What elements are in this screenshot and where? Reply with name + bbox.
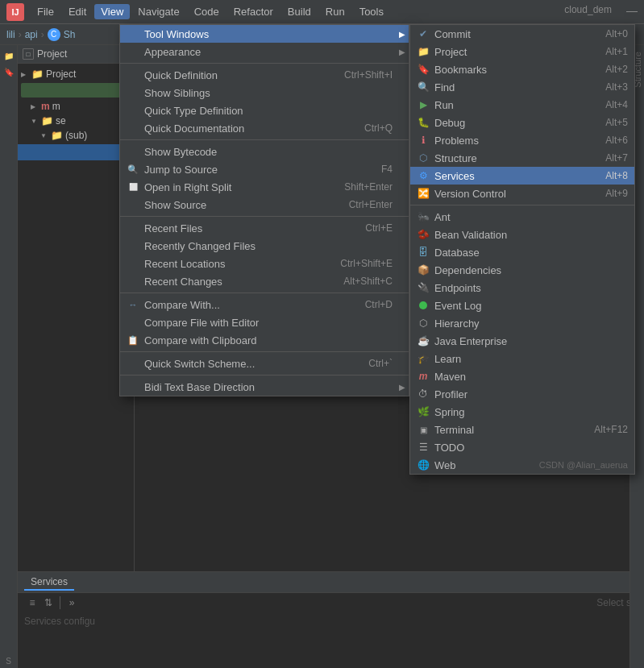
sidebar-project-icon[interactable]: 📁 xyxy=(2,48,16,63)
view-menu-show-source[interactable]: Show Source Ctrl+Enter xyxy=(120,196,409,214)
menu-view[interactable]: View xyxy=(94,4,130,19)
minimize-button[interactable]: — xyxy=(626,4,638,19)
view-menu-open-right[interactable]: ⬜ Open in Right Split Shift+Enter xyxy=(120,178,409,196)
tw-profiler[interactable]: ⏱ Profiler xyxy=(410,385,634,403)
bean-validation-icon: 🫘 xyxy=(417,228,430,241)
run-icon: ▶ xyxy=(417,98,430,111)
sidebar-structure-icon[interactable]: S xyxy=(2,653,16,668)
menu-edit[interactable]: Edit xyxy=(62,4,93,19)
tree-item-se[interactable]: ▼ 📁 se xyxy=(18,114,134,128)
commit-icon: ✔ xyxy=(417,27,430,40)
maven-icon: m xyxy=(417,370,430,383)
menu-code[interactable]: Code xyxy=(188,4,226,19)
view-menu-jump-source[interactable]: 🔍 Jump to Source F4 xyxy=(120,160,409,178)
tree-label-se: se xyxy=(56,115,66,127)
view-menu-recent-changes[interactable]: Recent Changes Alt+Shift+C xyxy=(120,272,409,290)
view-menu-quick-switch[interactable]: Quick Switch Scheme... Ctrl+` xyxy=(120,355,409,372)
tw-services[interactable]: ⚙ Services Alt+8 xyxy=(410,167,634,185)
breadcrumb-sh[interactable]: Sh xyxy=(64,29,76,40)
services-icon: ⚙ xyxy=(417,169,430,182)
tree-item-project[interactable]: ▶ 📁 Project xyxy=(18,67,134,81)
tool-windows-submenu[interactable]: ✔ Commit Alt+0 📁 Project Alt+1 🔖 Bookmar… xyxy=(409,24,635,475)
tw-database[interactable]: 🗄 Database xyxy=(410,243,634,261)
bookmarks-label: Bookmarks xyxy=(434,64,600,76)
menu-navigate[interactable]: Navigate xyxy=(131,4,185,19)
tw-commit[interactable]: ✔ Commit Alt+0 xyxy=(410,25,634,43)
view-menu-recent-locations[interactable]: Recent Locations Ctrl+Shift+E xyxy=(120,255,409,272)
view-menu-recent-files[interactable]: Recent Files Ctrl+E xyxy=(120,219,409,237)
tw-project[interactable]: 📁 Project Alt+1 xyxy=(410,43,634,60)
tree-item-m[interactable]: ▶ m m xyxy=(18,99,134,114)
view-menu-compare-editor[interactable]: Compare File with Editor xyxy=(120,313,409,331)
tw-dependencies[interactable]: 📦 Dependencies xyxy=(410,261,634,279)
event-log-label: Event Log xyxy=(434,300,628,312)
tw-debug[interactable]: 🐛 Debug Alt+5 xyxy=(410,114,634,131)
view-menu-dropdown[interactable]: Tool Windows ▶ Appearance ▶ Quick Defini… xyxy=(119,24,409,396)
quick-def-label: Quick Definition xyxy=(144,69,339,81)
bidi-icon xyxy=(127,380,139,393)
todo-icon: ☰ xyxy=(417,441,430,454)
tw-bean-validation[interactable]: 🫘 Bean Validation xyxy=(410,226,634,243)
view-menu-show-bytecode[interactable]: Show Bytecode xyxy=(120,143,409,160)
tw-problems[interactable]: ℹ Problems Alt+6 xyxy=(410,131,634,149)
tw-maven[interactable]: m Maven xyxy=(410,367,634,385)
jump-source-label: Jump to Source xyxy=(144,164,376,176)
breadcrumb-api[interactable]: api xyxy=(25,29,38,40)
menu-tools[interactable]: Tools xyxy=(353,4,390,19)
view-menu-bidi[interactable]: Bidi Text Base Direction ▶ xyxy=(120,378,409,396)
tw-java-enterprise[interactable]: ☕ Java Enterprise xyxy=(410,332,634,350)
breadcrumb-lili[interactable]: lili xyxy=(6,29,15,40)
todo-label: TODO xyxy=(434,442,628,454)
tw-web[interactable]: 🌐 Web CSDN @Alian_auerua xyxy=(410,456,634,474)
tw-todo[interactable]: ☰ TODO xyxy=(410,438,634,456)
tw-find[interactable]: 🔍 Find Alt+3 xyxy=(410,78,634,96)
structure-label: Structure xyxy=(434,152,600,164)
quick-def-shortcut: Ctrl+Shift+I xyxy=(344,69,393,81)
tw-hierarchy[interactable]: ⬡ Hierarchy xyxy=(410,314,634,332)
bottom-tool-list[interactable]: ≡ xyxy=(24,595,40,611)
view-menu-quick-def[interactable]: Quick Definition Ctrl+Shift+I xyxy=(120,66,409,84)
recent-changes-icon xyxy=(127,275,139,288)
bottom-tool-sort[interactable]: ⇅ xyxy=(40,595,56,611)
tree-item-sub[interactable]: ▼ 📁 (sub) xyxy=(18,128,134,143)
view-menu-appearance[interactable]: Appearance ▶ xyxy=(120,43,409,60)
commit-label: Commit xyxy=(434,28,600,40)
menu-file[interactable]: File xyxy=(31,4,60,19)
view-menu-quick-type[interactable]: Quick Type Definition xyxy=(120,102,409,119)
menu-run[interactable]: Run xyxy=(319,4,351,19)
bidi-arrow: ▶ xyxy=(399,383,405,392)
tw-terminal[interactable]: ▣ Terminal Alt+F12 xyxy=(410,421,634,438)
show-bytecode-label: Show Bytecode xyxy=(144,146,393,158)
version-control-icon: 🔀 xyxy=(417,187,430,200)
tree-arrow-sub: ▼ xyxy=(40,132,48,139)
view-menu-recently-changed[interactable]: Recently Changed Files xyxy=(120,237,409,255)
sep1 xyxy=(120,63,409,64)
tree-selected-item[interactable] xyxy=(18,144,134,160)
tw-ant[interactable]: 🐜 Ant xyxy=(410,208,634,226)
open-right-icon: ⬜ xyxy=(127,180,139,193)
jump-source-icon: 🔍 xyxy=(127,163,139,176)
tw-learn[interactable]: 🎓 Learn xyxy=(410,350,634,367)
tw-endpoints[interactable]: 🔌 Endpoints xyxy=(410,279,634,297)
tw-spring[interactable]: 🌿 Spring xyxy=(410,403,634,421)
tw-bookmarks[interactable]: 🔖 Bookmarks Alt+2 xyxy=(410,60,634,78)
view-menu-show-siblings[interactable]: Show Siblings xyxy=(120,84,409,102)
recent-locations-shortcut: Ctrl+Shift+E xyxy=(340,258,393,269)
tw-version-control[interactable]: 🔀 Version Control Alt+9 xyxy=(410,185,634,202)
view-menu-compare-with[interactable]: ↔ Compare With... Ctrl+D xyxy=(120,296,409,313)
select-text: Select s xyxy=(80,597,638,608)
run-label: Run xyxy=(434,99,600,111)
bottom-tool-more[interactable]: » xyxy=(64,595,80,611)
bookmarks-icon: 🔖 xyxy=(417,63,430,76)
view-menu-compare-clipboard[interactable]: 📋 Compare with Clipboard xyxy=(120,331,409,349)
menu-refactor[interactable]: Refactor xyxy=(227,4,280,19)
sidebar-bookmark-icon[interactable]: 🔖 xyxy=(2,64,16,79)
tw-event-log[interactable]: Event Log xyxy=(410,297,634,314)
bottom-tab-services[interactable]: Services xyxy=(24,575,74,591)
compare-editor-label: Compare File with Editor xyxy=(144,317,393,329)
tw-run[interactable]: ▶ Run Alt+4 xyxy=(410,96,634,114)
menu-build[interactable]: Build xyxy=(281,4,318,19)
view-menu-tool-windows[interactable]: Tool Windows ▶ xyxy=(120,25,409,43)
tw-structure[interactable]: ⬡ Structure Alt+7 xyxy=(410,149,634,167)
view-menu-quick-doc[interactable]: Quick Documentation Ctrl+Q xyxy=(120,119,409,137)
